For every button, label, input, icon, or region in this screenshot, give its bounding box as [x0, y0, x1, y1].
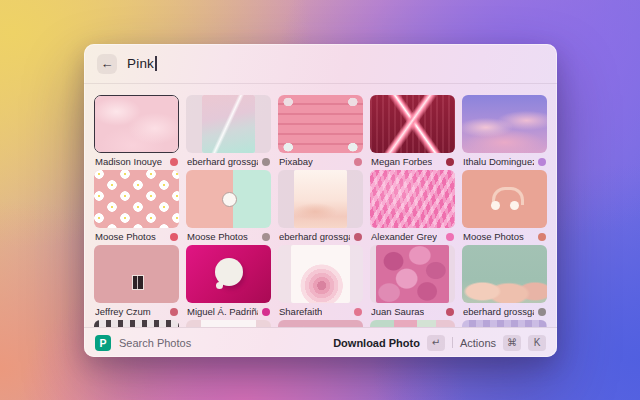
- photo-thumbnail[interactable]: [462, 320, 547, 327]
- photo-thumbnail[interactable]: [462, 245, 547, 303]
- photographer-name: Moose Photos: [463, 231, 524, 242]
- search-input[interactable]: Pink: [127, 56, 157, 71]
- photo-dusk-sky: [462, 95, 547, 153]
- photo-daisies: [94, 170, 179, 228]
- search-window: ← Pink Madison Inouyeeberhard grossga...…: [84, 44, 557, 357]
- back-button[interactable]: ←: [97, 54, 117, 74]
- photo-grid: Madison Inouyeeberhard grossga...Pixabay…: [84, 84, 557, 327]
- photo-result[interactable]: Juan Sauras: [370, 245, 455, 320]
- color-badge: [262, 233, 270, 241]
- photo-meta: eberhard grossga...: [186, 153, 271, 170]
- photo-result-partial[interactable]: [370, 320, 455, 327]
- photo-pink-wall-window: [94, 245, 179, 303]
- photo-result[interactable]: Moose Photos: [186, 170, 271, 245]
- photo-result[interactable]: Moose Photos: [462, 170, 547, 245]
- photographer-name: Ithalu Dominguez: [463, 156, 534, 167]
- photo-result[interactable]: Alexander Grey: [370, 170, 455, 245]
- photo-meta: Pixabay: [278, 153, 363, 170]
- photographer-name: Pixabay: [279, 156, 313, 167]
- photo-result[interactable]: Pixabay: [278, 95, 363, 170]
- search-header: ← Pink: [84, 44, 557, 84]
- download-photo-button[interactable]: Download Photo: [333, 337, 420, 349]
- actions-button[interactable]: Actions: [460, 337, 496, 349]
- photo-meta: Moose Photos: [94, 228, 179, 245]
- photographer-name: eberhard grossga...: [463, 306, 534, 317]
- photo-meta: eberhard grossga...: [278, 228, 363, 245]
- photo-result[interactable]: Madison Inouye: [94, 95, 179, 170]
- photographer-name: eberhard grossga...: [187, 156, 258, 167]
- color-badge: [538, 158, 546, 166]
- color-badge: [170, 233, 178, 241]
- color-badge: [354, 158, 362, 166]
- status-bar: P Search Photos Download Photo ↵ Actions…: [84, 327, 557, 357]
- photo-result-partial[interactable]: [94, 320, 179, 327]
- photo-pastel-gradient-streak: [202, 95, 255, 153]
- back-arrow-icon: ←: [101, 56, 114, 71]
- photo-pink-feathers: [370, 170, 455, 228]
- k-key-icon: K: [528, 335, 546, 351]
- photo-meta: Alexander Grey: [370, 228, 455, 245]
- photo-result[interactable]: eberhard grossga...: [462, 245, 547, 320]
- photo-thumbnail[interactable]: [186, 320, 271, 327]
- photo-meta: Ithalu Dominguez: [462, 153, 547, 170]
- pexels-icon: P: [95, 335, 111, 351]
- photo-thumbnail[interactable]: [94, 170, 179, 228]
- photo-thumbnail[interactable]: [278, 170, 363, 228]
- photo-thumbnail[interactable]: [94, 320, 179, 327]
- photo-result[interactable]: Megan Forbes: [370, 95, 455, 170]
- photo-result[interactable]: Jeffrey Czum: [94, 245, 179, 320]
- photographer-name: Jeffrey Czum: [95, 306, 151, 317]
- photo-soft-pink: [186, 320, 271, 327]
- photo-thumbnail[interactable]: [462, 170, 547, 228]
- photo-thumbnail-selected[interactable]: [94, 95, 179, 153]
- photo-thumbnail[interactable]: [186, 95, 271, 153]
- search-query-text: Pink: [127, 56, 154, 71]
- photographer-name: Alexander Grey: [371, 231, 437, 242]
- photo-headphones: [462, 170, 547, 228]
- photo-result[interactable]: Ithalu Dominguez: [462, 95, 547, 170]
- photo-pink-wood-planks: [278, 95, 363, 153]
- photo-cloud-teal-sky: [462, 245, 547, 303]
- color-badge: [538, 308, 546, 316]
- color-badge: [262, 158, 270, 166]
- photographer-name: Sharefaith: [279, 306, 322, 317]
- color-badge: [446, 158, 454, 166]
- photo-hydrangea-petals: [376, 245, 449, 303]
- photo-meta: Jeffrey Czum: [94, 303, 179, 320]
- photo-thumbnail[interactable]: [370, 245, 455, 303]
- photo-meta: Juan Sauras: [370, 303, 455, 320]
- photo-row: Moose PhotosMoose Photoseberhard grossga…: [94, 170, 547, 245]
- photo-result[interactable]: Miguel Á. Padriñán: [186, 245, 271, 320]
- photo-thumbnail[interactable]: [370, 320, 455, 327]
- photo-thumbnail[interactable]: [94, 245, 179, 303]
- photo-result-partial[interactable]: [278, 320, 363, 327]
- photo-result[interactable]: eberhard grossga...: [278, 170, 363, 245]
- footer-actions: Download Photo ↵ Actions ⌘ K: [333, 335, 546, 351]
- photo-thumbnail[interactable]: [370, 95, 455, 153]
- photo-meta: Moose Photos: [462, 228, 547, 245]
- photo-meta: Madison Inouye: [94, 153, 179, 170]
- photo-row: Jeffrey CzumMiguel Á. PadriñánSharefaith…: [94, 245, 547, 320]
- command-name: Search Photos: [119, 337, 191, 349]
- photo-thumbnail[interactable]: [278, 95, 363, 153]
- photographer-name: eberhard grossga...: [279, 231, 350, 242]
- photo-lavender-stripes: [462, 320, 547, 327]
- photo-result[interactable]: eberhard grossga...: [186, 95, 271, 170]
- photo-result-partial[interactable]: [462, 320, 547, 327]
- photo-thumbnail[interactable]: [278, 245, 363, 303]
- photo-thumbnail[interactable]: [278, 320, 363, 327]
- photo-result[interactable]: Sharefaith: [278, 245, 363, 320]
- color-badge: [446, 308, 454, 316]
- photo-thumbnail[interactable]: [462, 95, 547, 153]
- color-badge: [262, 308, 270, 316]
- photo-thumbnail[interactable]: [186, 245, 271, 303]
- photo-hazy-clouds: [294, 170, 347, 228]
- photo-meta: Moose Photos: [186, 228, 271, 245]
- photo-meta: Miguel Á. Padriñán: [186, 303, 271, 320]
- photo-alarm-clock: [186, 170, 271, 228]
- photo-result-partial[interactable]: [186, 320, 271, 327]
- photo-thumbnail[interactable]: [370, 170, 455, 228]
- photographer-name: Moose Photos: [95, 231, 156, 242]
- photo-thumbnail[interactable]: [186, 170, 271, 228]
- photo-result[interactable]: Moose Photos: [94, 170, 179, 245]
